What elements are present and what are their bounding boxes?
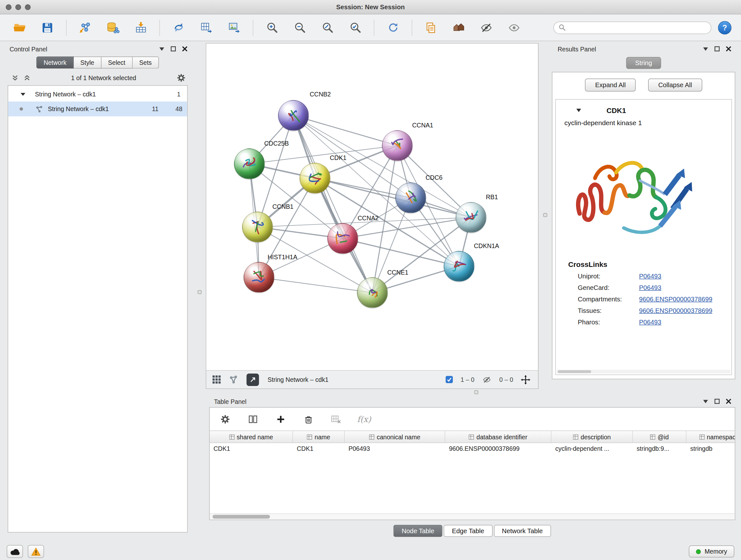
network-node-CCNE1[interactable] bbox=[357, 277, 388, 308]
column-header-namespac[interactable]: namespac bbox=[686, 431, 735, 442]
cloud-status-button[interactable] bbox=[7, 545, 23, 558]
crosslink-link[interactable]: P06493 bbox=[639, 273, 662, 280]
column-header-database-identifier[interactable]: database identifier bbox=[445, 431, 551, 442]
right-splitter-handle[interactable] bbox=[543, 213, 547, 217]
panel-menu-icon[interactable] bbox=[703, 47, 709, 51]
collapse-all-button[interactable]: Collapse All bbox=[648, 78, 702, 91]
zoom-in-button[interactable] bbox=[262, 18, 281, 37]
network-node-CCNA1[interactable] bbox=[382, 130, 413, 161]
crosslink-link[interactable]: P06493 bbox=[639, 319, 662, 326]
float-panel-icon[interactable] bbox=[714, 46, 720, 52]
network-node-RB1[interactable] bbox=[456, 202, 486, 233]
edge-CCNA2-CDKN1A[interactable] bbox=[343, 239, 459, 266]
float-panel-icon[interactable] bbox=[171, 46, 176, 52]
warnings-button[interactable] bbox=[28, 545, 44, 558]
edge-CCNB2-CCNA1[interactable] bbox=[293, 116, 398, 146]
new-network-from-selection-button[interactable] bbox=[169, 18, 188, 37]
panel-menu-icon[interactable] bbox=[703, 399, 709, 404]
column-header-name[interactable]: name bbox=[293, 431, 345, 442]
edge-HIST1H1A-CCNE1[interactable] bbox=[259, 277, 373, 293]
selected-indicator-checkbox[interactable] bbox=[446, 376, 453, 383]
export-image-button[interactable] bbox=[225, 18, 244, 37]
tab-network-table[interactable]: Network Table bbox=[494, 525, 551, 537]
tab-string[interactable]: String bbox=[626, 57, 661, 69]
search-input[interactable] bbox=[569, 24, 706, 31]
network-tree-item-row[interactable]: String Network – cdk1 11 48 bbox=[8, 102, 187, 117]
network-node-CCNB2[interactable] bbox=[278, 100, 309, 131]
network-tree-root-row[interactable]: String Network – cdk1 1 bbox=[8, 87, 187, 102]
pan-move-icon[interactable] bbox=[521, 375, 530, 384]
chevrons-down-icon[interactable] bbox=[11, 74, 19, 82]
results-horizontal-scrollbar[interactable] bbox=[557, 370, 731, 374]
fit-content-button[interactable] bbox=[318, 18, 337, 37]
column-header--id[interactable]: @id bbox=[633, 431, 686, 442]
crosslink-link[interactable]: 9606.ENSP00000378699 bbox=[639, 307, 713, 314]
help-button[interactable]: ? bbox=[718, 21, 731, 34]
network-options-gear-icon[interactable] bbox=[177, 73, 186, 83]
close-window-button[interactable] bbox=[6, 4, 11, 10]
close-panel-icon[interactable] bbox=[726, 46, 731, 52]
edge-CDK1-RB1[interactable] bbox=[315, 178, 471, 217]
network-node-CDC6[interactable] bbox=[395, 183, 426, 213]
gene-section-header[interactable]: CDK1 bbox=[556, 103, 732, 118]
network-node-CDK1[interactable] bbox=[300, 163, 330, 193]
open-session-button[interactable] bbox=[10, 18, 29, 37]
column-header-shared-name[interactable]: shared name bbox=[210, 431, 293, 442]
column-header-canonical-name[interactable]: canonical name bbox=[345, 431, 445, 442]
welcome-screen-button[interactable] bbox=[449, 18, 468, 37]
network-node-CCNA2[interactable] bbox=[327, 223, 358, 254]
delete-column-button[interactable] bbox=[301, 413, 315, 426]
create-column-button[interactable] bbox=[274, 413, 287, 426]
network-overview-icon[interactable] bbox=[229, 375, 238, 384]
table-options-button[interactable] bbox=[218, 413, 232, 426]
zoom-window-button[interactable] bbox=[25, 4, 30, 10]
tab-edge-table[interactable]: Edge Table bbox=[444, 525, 492, 537]
left-splitter-handle[interactable] bbox=[198, 290, 202, 294]
edge-CCNB2-CCNE1[interactable] bbox=[293, 116, 373, 293]
show-graphics-details-button[interactable] bbox=[504, 18, 524, 37]
close-panel-icon[interactable] bbox=[726, 398, 731, 404]
copy-document-button[interactable] bbox=[421, 18, 441, 37]
open-in-string-button[interactable] bbox=[247, 373, 259, 386]
export-table-button[interactable] bbox=[197, 18, 216, 37]
minimize-window-button[interactable] bbox=[15, 4, 21, 10]
float-panel-icon[interactable] bbox=[714, 398, 720, 404]
show-columns-button[interactable] bbox=[246, 413, 259, 426]
network-canvas[interactable]: CCNB2CCNA1CDC25BCDK1CDC6RB1CCNB1CCNA2CDK… bbox=[206, 44, 538, 370]
chevrons-up-icon[interactable] bbox=[23, 74, 31, 82]
network-node-CCNB1[interactable] bbox=[242, 212, 273, 242]
tab-sets[interactable]: Sets bbox=[132, 57, 159, 69]
tab-node-table[interactable]: Node Table bbox=[394, 525, 442, 537]
table-horizontal-scrollbar[interactable] bbox=[210, 513, 735, 520]
network-node-CDC25B[interactable] bbox=[234, 148, 265, 179]
collapse-section-icon[interactable] bbox=[576, 108, 582, 112]
column-header-description[interactable]: description bbox=[551, 431, 633, 442]
crosslink-link[interactable]: 9606.ENSP00000378699 bbox=[639, 296, 713, 303]
grid-view-icon[interactable] bbox=[212, 375, 221, 384]
network-node-HIST1H1A[interactable] bbox=[244, 262, 274, 293]
save-session-button[interactable] bbox=[38, 18, 57, 37]
import-table-button[interactable] bbox=[131, 18, 150, 37]
scrollbar-thumb[interactable] bbox=[558, 370, 591, 373]
close-panel-icon[interactable] bbox=[182, 46, 188, 52]
tab-select[interactable]: Select bbox=[102, 57, 133, 69]
apply-preferred-layout-button[interactable] bbox=[384, 18, 403, 37]
import-network-file-button[interactable] bbox=[76, 18, 95, 37]
zoom-selected-button[interactable] bbox=[346, 18, 365, 37]
horizontal-splitter-handle[interactable] bbox=[475, 390, 478, 394]
edge-CCNB2-CCNB1[interactable] bbox=[258, 116, 293, 227]
memory-button[interactable]: Memory bbox=[689, 546, 734, 558]
scrollbar-thumb[interactable] bbox=[212, 515, 270, 519]
tab-style[interactable]: Style bbox=[74, 57, 102, 69]
table-row[interactable]: CDK1CDK1P064939606.ENSP00000378699cyclin… bbox=[210, 443, 735, 455]
panel-menu-icon[interactable] bbox=[159, 47, 165, 51]
import-network-database-button[interactable] bbox=[104, 18, 123, 37]
disclosure-triangle-icon[interactable] bbox=[21, 92, 25, 96]
tab-network[interactable]: Network bbox=[37, 57, 74, 69]
function-builder-button[interactable]: f(x) bbox=[357, 413, 371, 426]
crosslink-link[interactable]: P06493 bbox=[639, 284, 662, 292]
network-node-CDKN1A[interactable] bbox=[444, 251, 475, 282]
hide-graphics-details-button[interactable] bbox=[477, 18, 496, 37]
zoom-out-button[interactable] bbox=[290, 18, 309, 37]
expand-all-button[interactable]: Expand All bbox=[585, 78, 636, 91]
